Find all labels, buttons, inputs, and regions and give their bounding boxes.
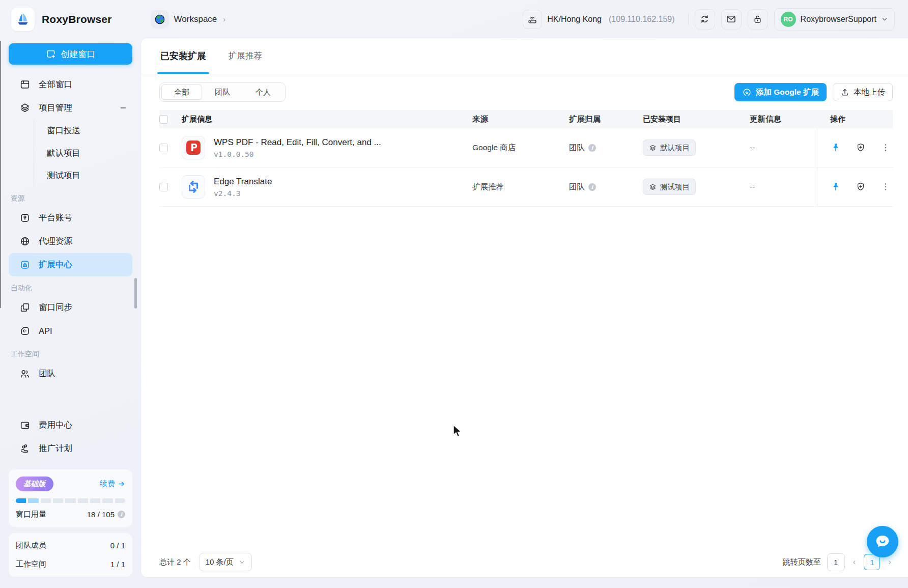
- info-icon[interactable]: i: [588, 183, 596, 191]
- section-resources: 资源: [11, 194, 132, 203]
- table-row: Edge Translate v2.4.3 扩展推荐 团队 i 测试项目: [159, 167, 893, 207]
- create-window-button[interactable]: 创建窗口: [9, 43, 132, 65]
- sidebar-item-extension-center[interactable]: 扩展中心: [9, 253, 132, 276]
- plan-badge: 基础版: [16, 477, 53, 491]
- cloud-download-icon: [742, 88, 752, 97]
- account-avatar: RO: [781, 12, 796, 27]
- more-actions-button[interactable]: [881, 182, 891, 192]
- sidebar-scrollbar[interactable]: [134, 278, 137, 309]
- sailboat-icon: [15, 12, 31, 27]
- section-automation: 自动化: [11, 284, 132, 293]
- top-header: RoxyBrowser Workspace › HK/Hong Ko: [0, 0, 908, 38]
- sidebar-item-api[interactable]: API: [9, 319, 132, 343]
- local-upload-button[interactable]: 本地上传: [833, 83, 893, 101]
- shield-plus-button[interactable]: [856, 143, 866, 153]
- next-page-button[interactable]: ›: [886, 557, 893, 567]
- row-checkbox[interactable]: [159, 183, 168, 191]
- workspace-label: Workspace: [174, 14, 217, 24]
- collapse-minus-icon[interactable]: [119, 104, 127, 112]
- table-row: WPS PDF - Read, Edit, Fill, Convert, and…: [159, 128, 893, 167]
- refresh-button[interactable]: [695, 9, 715, 30]
- layers-icon: [19, 102, 31, 114]
- chevron-down-icon: [881, 16, 888, 23]
- update-info: --: [750, 182, 817, 191]
- shield-plus-button[interactable]: [856, 182, 866, 192]
- sidebar-item-platform-accounts[interactable]: 平台账号: [9, 206, 132, 230]
- sidebar-item-proxy-resources[interactable]: 代理资源: [9, 230, 132, 253]
- proxy-location: HK/Hong Kong: [547, 15, 602, 24]
- lock-button[interactable]: [748, 9, 768, 30]
- header-installed-project: 已安装项目: [643, 115, 750, 124]
- layers-icon: [649, 144, 657, 152]
- header-operations: 操作: [817, 110, 893, 128]
- account-key-icon: [19, 212, 31, 223]
- referral-icon: [19, 443, 31, 454]
- lock-icon: [752, 14, 763, 24]
- project-tag[interactable]: 默认项目: [643, 139, 696, 156]
- page-size-select[interactable]: 10 条/页: [199, 553, 252, 571]
- project-submenu: 窗口投送 默认项目 测试项目: [34, 120, 132, 187]
- app-title: RoxyBrowser: [42, 13, 112, 25]
- mail-button[interactable]: [721, 9, 742, 30]
- pin-button[interactable]: [831, 143, 841, 153]
- account-name: RoxybrowserSupport: [801, 15, 876, 24]
- sidebar-item-billing[interactable]: 费用中心: [9, 413, 132, 437]
- tab-recommended-extensions[interactable]: 扩展推荐: [229, 38, 262, 74]
- pin-button[interactable]: [831, 182, 841, 192]
- prev-page-button[interactable]: ‹: [851, 557, 858, 567]
- header-source: 来源: [472, 114, 569, 125]
- sidebar-subitem-default-project[interactable]: 默认项目: [34, 142, 132, 164]
- add-google-extension-button[interactable]: 添加 Google 扩展: [734, 83, 827, 101]
- tabs-bar: 已安装扩展 扩展推荐: [141, 38, 908, 74]
- sidebar-item-team[interactable]: 团队: [9, 362, 132, 385]
- sidebar-subitem-window-push[interactable]: 窗口投送: [34, 120, 132, 142]
- chevron-down-icon: [239, 559, 245, 566]
- mail-icon: [726, 14, 736, 24]
- header-ownership: 扩展归属: [569, 114, 643, 125]
- table-header: 扩展信息 来源 扩展归属 已安装项目 更新信息 操作: [159, 110, 893, 128]
- sidebar-subitem-test-project[interactable]: 测试项目: [34, 164, 132, 187]
- info-icon[interactable]: i: [118, 511, 125, 518]
- sidebar-item-window-sync[interactable]: 窗口同步: [9, 296, 132, 319]
- layers-icon: [649, 183, 657, 191]
- renew-link[interactable]: 续费: [100, 479, 125, 489]
- sidebar-item-all-windows[interactable]: 全部窗口: [9, 73, 132, 96]
- workspace-globe-icon: [151, 10, 169, 29]
- proxy-status-button[interactable]: HK/Hong Kong(109.110.162.159): [519, 9, 682, 30]
- project-tag[interactable]: 测试项目: [643, 179, 696, 195]
- extension-icon: [19, 259, 31, 270]
- update-info: --: [750, 143, 817, 152]
- account-menu[interactable]: RO RoxybrowserSupport: [774, 8, 895, 31]
- extension-ownership: 团队: [569, 143, 585, 153]
- tab-installed-extensions[interactable]: 已安装扩展: [160, 38, 206, 74]
- sidebar-item-referral[interactable]: 推广计划: [9, 437, 132, 460]
- edge-translate-icon: [182, 175, 205, 199]
- chat-bubble-icon: [874, 533, 891, 550]
- router-icon: [523, 10, 542, 29]
- jump-page-input[interactable]: [827, 553, 845, 571]
- api-code-icon: [19, 325, 31, 337]
- filter-team[interactable]: 团队: [202, 85, 243, 100]
- row-checkbox[interactable]: [159, 144, 168, 152]
- extension-version: v2.4.3: [214, 189, 272, 198]
- wps-pdf-icon: [182, 136, 205, 159]
- plan-card: 基础版 续费 窗口用量 18 / 105 i: [9, 469, 132, 527]
- select-all-checkbox[interactable]: [159, 115, 168, 124]
- table-footer: 总计 2 个 10 条/页 跳转页数至 ‹ 1 ›: [159, 547, 893, 577]
- quota-card: 团队成员 0 / 1 工作空间 1 / 1: [9, 533, 132, 577]
- filter-personal[interactable]: 个人: [243, 85, 283, 100]
- team-icon: [19, 368, 31, 379]
- filter-all[interactable]: 全部: [161, 85, 202, 100]
- extension-ownership: 团队: [569, 182, 585, 192]
- wallet-icon: [19, 419, 31, 431]
- support-chat-button[interactable]: [867, 526, 898, 557]
- more-actions-button[interactable]: [881, 143, 891, 153]
- windows-icon: [19, 79, 31, 90]
- usage-label: 窗口用量: [16, 510, 46, 519]
- sidebar-item-project-mgmt[interactable]: 项目管理: [9, 96, 132, 120]
- sidebar: 创建窗口 全部窗口 项目管理 窗口投送 默认项目 测试项目 资源 平台账号: [0, 38, 141, 588]
- breadcrumb[interactable]: Workspace ›: [151, 10, 226, 29]
- jump-to-page-label: 跳转页数至: [783, 557, 821, 567]
- info-icon[interactable]: i: [588, 144, 596, 152]
- main-panel: 已安装扩展 扩展推荐 全部 团队 个人 添加 Google 扩展 本地上传: [141, 38, 908, 577]
